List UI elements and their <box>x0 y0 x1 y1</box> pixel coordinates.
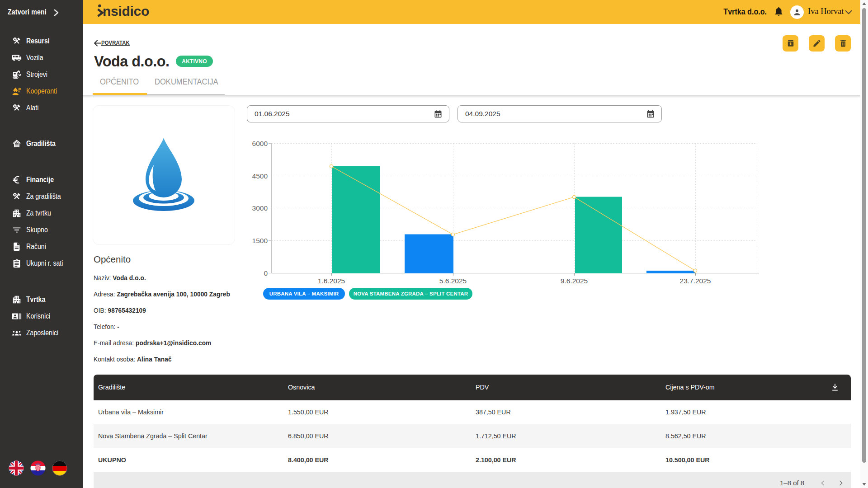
svg-text:23.7.2025: 23.7.2025 <box>680 277 711 285</box>
svg-text:6000: 6000 <box>252 140 268 147</box>
svg-text:3000: 3000 <box>252 204 268 212</box>
svg-text:0: 0 <box>264 269 268 277</box>
svg-text:4500: 4500 <box>252 172 268 180</box>
svg-text:1500: 1500 <box>252 237 268 244</box>
svg-text:5.6.2025: 5.6.2025 <box>439 277 467 285</box>
svg-text:1.6.2025: 1.6.2025 <box>318 277 345 285</box>
svg-text:9.6.2025: 9.6.2025 <box>561 277 588 285</box>
